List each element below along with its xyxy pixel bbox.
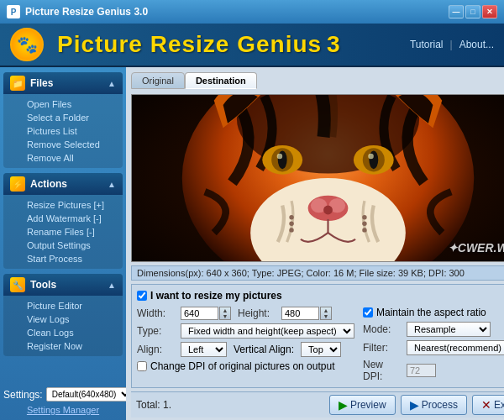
- tab-destination[interactable]: Destination: [185, 72, 257, 89]
- svg-point-15: [323, 206, 333, 215]
- exit-label: Exit: [494, 399, 504, 411]
- svg-point-18: [289, 228, 293, 232]
- actions-arrow-icon: ▲: [108, 180, 116, 189]
- tab-original[interactable]: Original: [131, 72, 185, 89]
- logo-text: Picture Resize Genius3: [52, 31, 341, 58]
- sidebar-bottom: Settings: Default(640x480) Settings Mana…: [3, 387, 123, 415]
- type-label: Type:: [137, 325, 177, 337]
- height-input[interactable]: [281, 307, 319, 320]
- settings-label: Settings:: [3, 389, 43, 401]
- filter-label: Filter:: [363, 342, 403, 354]
- minimize-button[interactable]: —: [449, 5, 464, 18]
- change-dpi-checkbox[interactable]: [137, 361, 147, 371]
- preview-button[interactable]: ▶ Preview: [329, 395, 396, 415]
- sidebar-item-rename[interactable]: Rename Files [-]: [3, 225, 123, 239]
- height-spinner[interactable]: ▲ ▼: [320, 307, 332, 320]
- type-select[interactable]: Fixed width and height(keep aspect): [181, 323, 354, 339]
- svg-point-16: [289, 215, 293, 219]
- sidebar-item-watermark[interactable]: Add Watermark [-]: [3, 212, 123, 225]
- tab-row: Original Destination: [131, 72, 504, 89]
- main-layout: 📁 Files ▲ Open Files Select a Folder Pic…: [0, 67, 504, 420]
- change-dpi-row: Change DPI of original pictures on outpu…: [137, 360, 354, 372]
- about-link[interactable]: About...: [459, 39, 494, 50]
- new-dpi-input[interactable]: [407, 364, 436, 377]
- files-items: Open Files Select a Folder Pictures List…: [3, 94, 123, 168]
- new-dpi-label: New DPI:: [363, 359, 403, 382]
- info-bar: Dimensions(px): 640 x 360; Type: JPEG; C…: [131, 265, 504, 281]
- header-separator: |: [450, 39, 453, 50]
- mode-row: Mode: Resample: [363, 322, 504, 337]
- settings-select[interactable]: Default(640x480): [46, 387, 133, 402]
- svg-point-9: [369, 150, 378, 169]
- sidebar-item-remove-all[interactable]: Remove All: [3, 151, 123, 165]
- tools-items: Picture Editor View Logs Clean Logs Regi…: [3, 296, 123, 356]
- sidebar-item-pictures-list[interactable]: Pictures List: [3, 124, 123, 138]
- filter-select[interactable]: Nearest(recommend): [407, 340, 504, 355]
- actions-section: ⚡ Actions ▲ Resize Pictures [+] Add Wate…: [3, 173, 123, 269]
- header-links: Tutorial | About...: [410, 39, 494, 50]
- align-select[interactable]: Left: [181, 342, 227, 357]
- resize-checkbox-label: I want to resize my pictures: [150, 290, 282, 302]
- mode-label: Mode:: [363, 323, 403, 335]
- bottom-bar: Total: 1. ▶ Preview ▶ Process ✕ Exit: [131, 391, 504, 417]
- actions-section-label: Actions: [30, 178, 67, 190]
- content-area: Original Destination: [126, 67, 504, 420]
- sidebar-item-resize[interactable]: Resize Pictures [+]: [3, 198, 123, 212]
- sidebar-item-picture-editor[interactable]: Picture Editor: [3, 299, 123, 312]
- new-dpi-row: New DPI:: [363, 359, 504, 382]
- files-icon: 📁: [10, 76, 25, 91]
- settings-manager-link[interactable]: Settings Manager: [3, 405, 123, 415]
- width-spin-up[interactable]: ▲: [220, 307, 230, 313]
- height-spin-up[interactable]: ▲: [321, 307, 331, 313]
- svg-point-8: [278, 150, 287, 169]
- tools-section: 🔧 Tools ▲ Picture Editor View Logs Clean…: [3, 274, 123, 356]
- tiger-image: [132, 95, 504, 261]
- files-section: 📁 Files ▲ Open Files Select a Folder Pic…: [3, 72, 123, 168]
- svg-point-19: [362, 215, 366, 219]
- vertical-align-select[interactable]: Top: [301, 342, 341, 357]
- tutorial-link[interactable]: Tutorial: [410, 39, 444, 50]
- logo-icon: 🐾: [10, 28, 44, 61]
- total-label: Total: 1.: [136, 399, 324, 411]
- svg-point-10: [277, 154, 283, 160]
- controls-grid: Width: ▲ ▼ Height: ▲: [137, 307, 504, 382]
- right-controls: Maintain the aspect ratio Mode: Resample…: [363, 307, 504, 382]
- maximize-button[interactable]: □: [465, 5, 480, 18]
- sidebar-item-open-files[interactable]: Open Files: [3, 97, 123, 111]
- svg-point-21: [362, 228, 366, 232]
- width-spinner[interactable]: ▲ ▼: [219, 307, 231, 320]
- maintain-aspect-checkbox[interactable]: [363, 307, 373, 318]
- files-section-header[interactable]: 📁 Files ▲: [3, 72, 123, 94]
- svg-point-17: [289, 222, 293, 226]
- actions-items: Resize Pictures [+] Add Watermark [-] Re…: [3, 195, 123, 269]
- sidebar-item-register-now[interactable]: Register Now: [3, 339, 123, 353]
- change-dpi-label: Change DPI of original pictures on outpu…: [150, 360, 334, 372]
- title-bar: P Picture Resize Genius 3.0 — □ ✕: [0, 0, 504, 24]
- process-button[interactable]: ▶ Process: [401, 395, 467, 415]
- sidebar-item-select-folder[interactable]: Select a Folder: [3, 111, 123, 124]
- resize-checkbox-row: I want to resize my pictures: [137, 290, 504, 302]
- height-spin-down[interactable]: ▼: [321, 313, 331, 319]
- exit-button[interactable]: ✕ Exit: [472, 395, 504, 415]
- actions-section-header[interactable]: ⚡ Actions ▲: [3, 173, 123, 195]
- tools-section-label: Tools: [30, 279, 56, 291]
- sidebar-item-output-settings[interactable]: Output Settings: [3, 239, 123, 252]
- window-title: Picture Resize Genius 3.0: [25, 6, 148, 18]
- width-input[interactable]: [181, 307, 218, 320]
- sidebar-item-start-process[interactable]: Start Process: [3, 252, 123, 265]
- align-row: Align: Left Vertical Align: Top: [137, 342, 354, 357]
- sidebar-item-view-logs[interactable]: View Logs: [3, 312, 123, 326]
- tools-section-header[interactable]: 🔧 Tools ▲: [3, 274, 123, 296]
- resize-checkbox[interactable]: [137, 291, 147, 301]
- svg-point-11: [368, 154, 374, 160]
- close-button[interactable]: ✕: [482, 5, 497, 18]
- tools-arrow-icon: ▲: [108, 281, 116, 290]
- window-controls: — □ ✕: [449, 5, 497, 18]
- type-row: Type: Fixed width and height(keep aspect…: [137, 323, 354, 339]
- sidebar-item-clean-logs[interactable]: Clean Logs: [3, 326, 123, 339]
- exit-icon: ✕: [481, 398, 491, 412]
- width-spin-down[interactable]: ▼: [220, 313, 230, 319]
- mode-select[interactable]: Resample: [407, 322, 491, 337]
- svg-point-20: [362, 222, 366, 226]
- sidebar-item-remove-selected[interactable]: Remove Selected: [3, 138, 123, 151]
